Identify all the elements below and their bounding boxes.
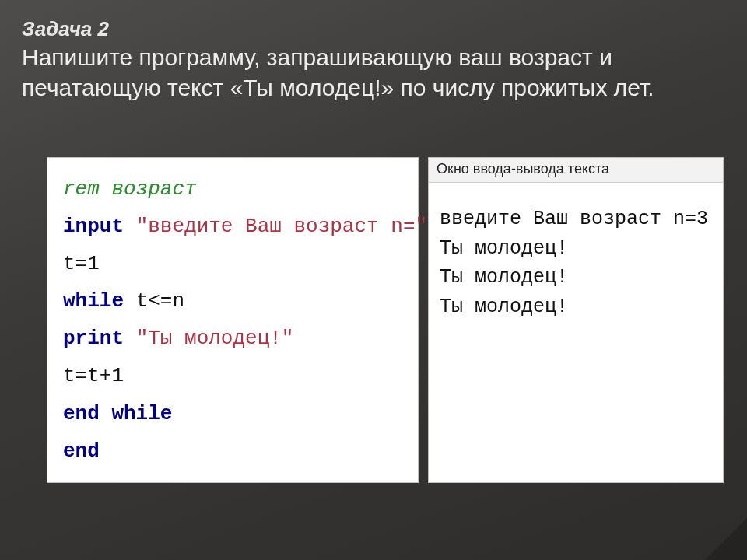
code-panel: rem возрастinput "введите Ваш возраст n=… (47, 157, 419, 483)
panels-row: rem возрастinput "введите Ваш возраст n=… (47, 157, 724, 483)
task-description: Напишите программу, запрашивающую ваш во… (22, 43, 725, 103)
code-token: while (63, 289, 136, 313)
output-panel: Окно ввода-вывода текста введите Ваш воз… (428, 157, 724, 483)
code-token: print (63, 327, 136, 350)
output-line: введите Ваш возраст n=3 (440, 205, 712, 234)
slide-heading: Задача 2 Напишите программу, запрашивающ… (22, 17, 725, 103)
code-token: input (63, 215, 136, 238)
output-line: Ты молодец! (440, 263, 712, 292)
output-line: Ты молодец! (440, 292, 712, 322)
code-token: rem возраст (63, 177, 197, 201)
code-line: rem возраст (63, 170, 405, 208)
output-line: Ты молодец! (440, 234, 712, 264)
code-token: t=t+1 (63, 364, 124, 387)
code-line: end while (63, 395, 405, 432)
code-line: end (63, 432, 405, 470)
code-token: t=1 (63, 252, 100, 275)
code-line: t=1 (63, 245, 405, 282)
code-line: t=t+1 (63, 357, 405, 394)
code-token: t<=n (136, 289, 184, 313)
code-line: print "Ты молодец!" (63, 320, 405, 357)
output-panel-body: введите Ваш возраст n=3Ты молодец!Ты мол… (429, 183, 723, 482)
code-token: end (63, 439, 100, 463)
corner-notch-icon (705, 518, 747, 560)
code-token: "Ты молодец!" (136, 327, 294, 350)
output-panel-title: Окно ввода-вывода текста (429, 158, 723, 183)
task-label: Задача 2 (22, 17, 725, 41)
code-token: "введите Ваш возраст n=" (136, 215, 427, 238)
code-line: input "введите Ваш возраст n=",n (63, 208, 405, 245)
slide: Задача 2 Напишите программу, запрашивающ… (0, 0, 747, 560)
code-token: end while (63, 402, 172, 425)
code-line: while t<=n (63, 282, 405, 320)
